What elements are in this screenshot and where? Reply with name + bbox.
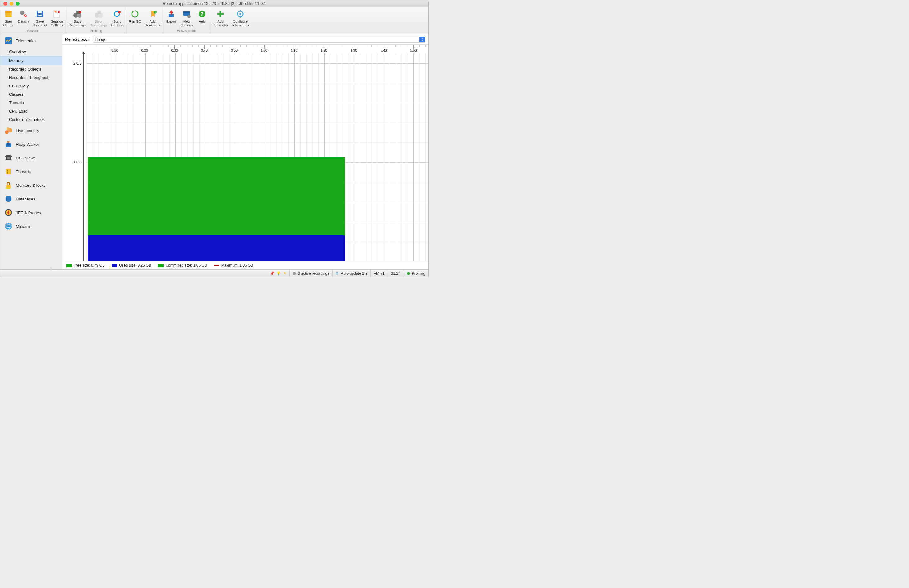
series-max — [88, 157, 345, 157]
x-tick-label: 0:20 — [141, 48, 148, 52]
svg-rect-1 — [5, 11, 11, 13]
svg-point-13 — [79, 11, 81, 13]
sidebar-section-label: JEE & Probes — [16, 210, 41, 215]
globe-icon — [4, 222, 13, 231]
x-tick-label: 0:30 — [171, 48, 178, 52]
svg-point-18 — [118, 11, 121, 13]
window-title: Remote application on 120.79.246.86 [2] … — [0, 1, 429, 6]
x-tick-label: 1:00 — [261, 48, 267, 52]
sidebar-section-live-memory[interactable]: Live memory — [0, 124, 62, 137]
configure-telemetries-button[interactable]: ConfigureTelemetries — [230, 8, 251, 27]
legend-free: Free size: 0.79 GB — [74, 263, 105, 268]
database-icon — [4, 195, 13, 203]
svg-rect-26 — [183, 11, 190, 13]
detach-button[interactable]: Detach — [16, 8, 31, 27]
legend-swatch-free-icon — [66, 263, 72, 267]
sidebar-item-cpu-load[interactable]: CPU Load — [0, 107, 62, 115]
sidebar-section-label: CPU views — [16, 156, 36, 160]
sidebar-section-label: Databases — [16, 197, 35, 201]
sidebar-section-cpu-views[interactable]: CPU views — [0, 151, 62, 165]
sidebar-item-classes[interactable]: Classes — [0, 90, 62, 99]
svg-point-41 — [6, 128, 10, 131]
add-telemetry-button[interactable]: AddTelemetry — [211, 8, 230, 27]
sidebar-section-jee-probes[interactable]: JEE & Probes — [0, 206, 62, 220]
dropdown-arrow-icon — [419, 37, 425, 42]
status-bar: 📌 💡 ⚑ 0 active recordings ⟳Auto-update 2… — [0, 270, 429, 277]
heap-walker-icon — [4, 140, 13, 149]
svg-rect-7 — [38, 15, 42, 16]
status-clock: 01:27 — [391, 271, 400, 276]
help-button[interactable]: ?Help — [195, 8, 210, 27]
cpu-icon — [4, 153, 13, 162]
sidebar-section-label: Threads — [16, 170, 31, 174]
sidebar-item-overview[interactable]: Overview — [0, 48, 62, 56]
title-bar: Remote application on 120.79.246.86 [2] … — [0, 0, 429, 7]
legend-swatch-max-icon — [214, 265, 220, 266]
svg-rect-54 — [6, 185, 11, 189]
svg-marker-66 — [421, 40, 423, 41]
status-state: Profiling — [412, 271, 425, 276]
export-button[interactable]: Export — [164, 8, 179, 27]
svg-point-43 — [7, 143, 10, 146]
sidebar-item-custom-telemetries[interactable]: Custom Telemetries — [0, 115, 62, 124]
toolbar-group-label: Session — [0, 27, 66, 34]
svg-rect-6 — [38, 11, 42, 13]
sidebar-item-memory[interactable]: Memory — [0, 56, 62, 65]
flag-icon[interactable]: ⚑ — [283, 271, 286, 276]
start-tracking-button[interactable]: StartTracking — [109, 8, 126, 27]
sidebar-section-monitors[interactable]: Monitors & locks — [0, 178, 62, 192]
sidebar-section-heap-walker[interactable]: Heap Walker — [0, 137, 62, 151]
x-tick-label: 1:20 — [320, 48, 327, 52]
refresh-icon[interactable]: ⟳ — [336, 271, 339, 276]
series-used — [88, 235, 345, 261]
view-settings-button[interactable]: ViewSettings — [179, 8, 195, 27]
sidebar-item-threads[interactable]: Threads — [0, 99, 62, 107]
memory-chart[interactable]: 0:100:200:300:400:501:001:101:201:301:40… — [63, 45, 429, 261]
sidebar: Telemetries OverviewMemoryRecorded Objec… — [0, 34, 63, 270]
x-tick-label: 0:10 — [111, 48, 118, 52]
start-recordings-button[interactable]: StartRecordings — [66, 8, 88, 27]
x-tick-label: 0:40 — [201, 48, 208, 52]
series-free — [88, 157, 345, 235]
svg-point-2 — [20, 11, 24, 15]
x-tick-label: 1:30 — [350, 48, 357, 52]
status-dot-icon — [407, 272, 410, 275]
x-tick-label: 1:40 — [380, 48, 387, 52]
sidebar-item-recorded-objects[interactable]: Recorded Objects — [0, 65, 62, 73]
add-bookmark-button[interactable]: +AddBookmark — [143, 8, 162, 27]
legend-swatch-committed-icon — [158, 263, 163, 267]
chart-legend: Free size: 0.79 GB Used size: 0.26 GB Co… — [63, 261, 429, 270]
y-tick-label: 1 GB — [73, 160, 82, 165]
svg-point-9 — [58, 11, 60, 13]
y-axis-arrow-icon — [82, 52, 85, 54]
stop-recordings-button: StopRecordings — [88, 8, 109, 27]
svg-rect-16 — [98, 11, 101, 14]
x-tick-label: 1:10 — [291, 48, 297, 52]
start-center-button[interactable]: StartCenter — [1, 8, 16, 27]
lock-icon — [4, 181, 13, 190]
sidebar-section-mbeans[interactable]: MBeans — [0, 220, 62, 233]
record-dot-icon — [293, 272, 296, 275]
pushpin-icon[interactable]: 📌 — [270, 271, 275, 276]
status-autoupdate[interactable]: Auto-update 2 s — [341, 271, 367, 276]
sidebar-item-gc-activity[interactable]: GC Activity — [0, 82, 62, 90]
live-memory-icon — [4, 126, 13, 135]
sidebar-item-recorded-throughput[interactable]: Recorded Throughput — [0, 73, 62, 82]
sidebar-section-label: MBeans — [16, 224, 31, 229]
x-tick-label: 0:50 — [231, 48, 238, 52]
memory-pool-select[interactable]: Heap — [93, 36, 426, 43]
sidebar-section-threads[interactable]: Threads — [0, 165, 62, 178]
save-snapshot-button[interactable]: SaveSnapshot — [31, 8, 49, 27]
svg-rect-44 — [8, 141, 9, 143]
sidebar-section-telemetries[interactable]: Telemetries — [0, 34, 62, 48]
bulb-icon[interactable]: 💡 — [277, 271, 281, 276]
run-gc-button[interactable]: Run GC — [127, 8, 143, 27]
sidebar-section-databases[interactable]: Databases — [0, 192, 62, 206]
status-recordings[interactable]: 0 active recordings — [298, 271, 329, 276]
svg-point-62 — [5, 223, 12, 230]
session-settings-button[interactable]: SessionSettings — [49, 8, 65, 27]
x-tick-label: 1:50 — [410, 48, 417, 52]
sidebar-section-label: Heap Walker — [16, 142, 39, 147]
toolbar-group-label: View specific — [163, 27, 210, 34]
memory-pool-value: Heap — [95, 37, 105, 42]
